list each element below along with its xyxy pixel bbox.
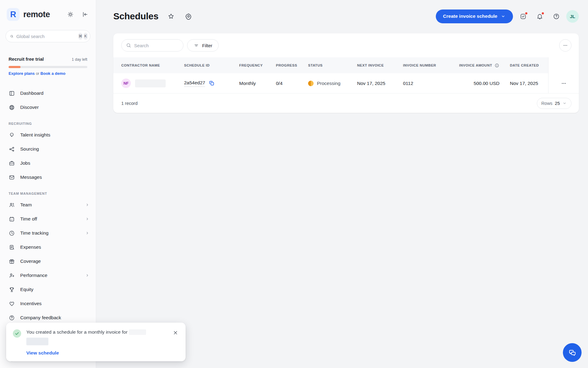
sidebar-header: R remote	[0, 0, 96, 21]
talent-insights-icon	[9, 132, 15, 138]
table-header-row: Contractor name Schedule ID Frequency Pr…	[113, 57, 579, 73]
sidebar-item-discover[interactable]: Discover	[0, 100, 96, 114]
share-network-icon	[9, 146, 15, 152]
remote-logo[interactable]: R	[7, 8, 20, 21]
trial-days-left: 1 day left	[72, 57, 87, 62]
copy-schedule-id-button[interactable]	[208, 79, 216, 87]
date-created-value: Nov 17, 2025	[499, 73, 545, 93]
column-next-invoice[interactable]: Next invoice	[357, 57, 403, 73]
page-settings-button[interactable]	[184, 12, 193, 21]
help-button[interactable]	[550, 10, 563, 23]
gift-icon	[9, 258, 15, 265]
column-date-created[interactable]: Date created	[499, 57, 545, 73]
toast-name-redacted-2	[26, 338, 48, 345]
record-count: 1 record	[121, 101, 138, 106]
sidebar-item-label: Incentives	[20, 301, 90, 306]
info-icon[interactable]	[494, 63, 499, 68]
column-progress[interactable]: Progress	[276, 57, 308, 73]
notifications-dot	[541, 12, 545, 15]
user-avatar[interactable]: JL	[566, 10, 579, 23]
toast-message: You created a schedule for a monthly inv…	[26, 329, 127, 335]
sidebar-item-messages[interactable]: Messages	[0, 170, 96, 184]
favorite-page-button[interactable]	[167, 12, 175, 21]
column-actions	[548, 57, 579, 73]
chat-button[interactable]	[563, 343, 582, 362]
schedule-id-value[interactable]: 2a54ed27	[184, 80, 205, 87]
column-schedule-id[interactable]: Schedule ID	[184, 57, 239, 73]
sidebar-item-talent-insights[interactable]: Talent insights	[0, 128, 96, 142]
sidebar-item-team[interactable]: Team	[0, 198, 96, 212]
receipt-icon	[9, 244, 15, 251]
create-invoice-schedule-button[interactable]: Create invoice schedule	[436, 10, 513, 23]
gear-icon	[185, 13, 192, 20]
success-toast: You created a schedule for a monthly inv…	[6, 323, 186, 361]
book-demo-link[interactable]: Book a demo	[40, 71, 66, 76]
sidebar-item-label: Jobs	[20, 160, 90, 166]
column-contractor-name[interactable]: Contractor name	[121, 57, 184, 73]
sidebar-item-equity[interactable]: Equity	[0, 282, 96, 297]
column-status[interactable]: Status	[308, 57, 357, 73]
global-search[interactable]: ⌘ K	[6, 30, 90, 42]
sidebar-item-label: Dashboard	[20, 90, 90, 96]
column-invoice-number[interactable]: Invoice number	[403, 57, 449, 73]
contractor-avatar-initials: NF	[123, 81, 129, 86]
sidebar-item-coverage[interactable]: Coverage	[0, 254, 96, 268]
tasks-button[interactable]	[517, 10, 530, 23]
table-toolbar: Filter	[113, 33, 579, 57]
chevron-right-icon	[85, 273, 90, 278]
calendar-icon	[9, 216, 15, 222]
global-search-input[interactable]	[16, 34, 77, 39]
brand-wordmark: remote	[23, 10, 66, 19]
table-search[interactable]	[121, 39, 183, 52]
rows-per-page-selector[interactable]: Rows 25	[537, 98, 571, 109]
chevron-down-icon	[562, 101, 567, 105]
column-invoice-amount[interactable]: Invoice amount	[449, 57, 499, 73]
sidebar-item-label: Sourcing	[20, 146, 90, 152]
nav-section-recruiting: Recruiting	[0, 114, 96, 128]
row-actions-button[interactable]	[559, 79, 569, 88]
collapse-sidebar-button[interactable]	[81, 10, 89, 18]
page-header: Schedules Create invoice schedule	[113, 9, 579, 23]
page-title: Schedules	[113, 11, 158, 21]
toast-close-button[interactable]	[172, 329, 179, 337]
column-frequency[interactable]: Frequency	[239, 57, 276, 73]
sidebar-item-performance[interactable]: Performance	[0, 268, 96, 282]
trial-progress-bar	[9, 66, 87, 68]
globe-icon	[9, 104, 15, 111]
feedback-icon	[9, 315, 15, 321]
trial-banner: Recruit free trial 1 day left Explore pl…	[9, 56, 87, 76]
table-search-input[interactable]	[134, 43, 179, 48]
search-icon	[10, 33, 13, 39]
sidebar-item-dashboard[interactable]: Dashboard	[0, 86, 96, 100]
search-icon	[126, 43, 131, 48]
theme-toggle-button[interactable]	[66, 10, 74, 18]
help-circle-icon	[553, 13, 560, 20]
user-arrow-up-icon	[9, 272, 15, 279]
sidebar-item-label: Team	[20, 202, 80, 208]
sidebar-item-label: Performance	[20, 273, 80, 278]
sidebar: R remote ⌘ K Recruit free trial 1 day le…	[0, 0, 96, 368]
sidebar-item-label: Discover	[20, 105, 90, 110]
filter-button[interactable]: Filter	[187, 39, 219, 52]
sidebar-item-time-off[interactable]: Time off	[0, 212, 96, 226]
filter-icon	[194, 43, 199, 48]
toast-name-redacted	[129, 329, 146, 335]
sidebar-item-time-tracking[interactable]: Time tracking	[0, 226, 96, 240]
contractor-avatar: NF	[121, 79, 131, 88]
kebab-icon	[563, 43, 568, 48]
chevron-right-icon	[85, 217, 90, 221]
sidebar-item-incentives[interactable]: Incentives	[0, 297, 96, 311]
chat-bubbles-icon	[568, 348, 577, 357]
sidebar-item-expenses[interactable]: Expenses	[0, 240, 96, 254]
sidebar-item-sourcing[interactable]: Sourcing	[0, 142, 96, 156]
table-footer: 1 record Rows 25	[113, 94, 579, 113]
sidebar-item-label: Talent insights	[20, 132, 90, 138]
invoice-number-value: 0112	[403, 73, 449, 93]
table-row[interactable]: NF 2a54ed27 Monthly 0/4 Processing Nov 1…	[113, 73, 579, 94]
notifications-button[interactable]	[533, 10, 546, 23]
trial-title: Recruit free trial	[9, 56, 44, 62]
sidebar-item-jobs[interactable]: Jobs	[0, 156, 96, 170]
view-schedule-link[interactable]: View schedule	[26, 350, 59, 356]
explore-plans-link[interactable]: Explore plans	[9, 71, 35, 76]
table-more-button[interactable]	[559, 39, 571, 52]
